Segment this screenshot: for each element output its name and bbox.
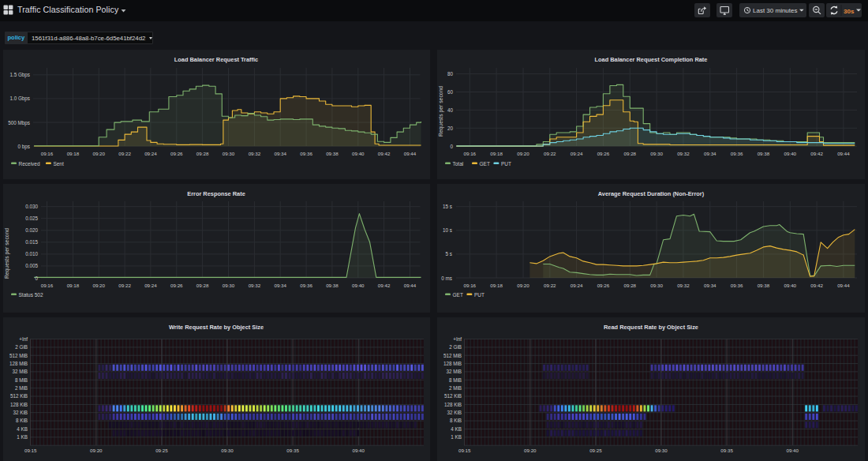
svg-text:512 MiB: 512 MiB	[443, 353, 462, 358]
svg-text:09:32: 09:32	[677, 283, 690, 288]
svg-text:09:26: 09:26	[597, 151, 610, 156]
svg-text:09:24: 09:24	[144, 151, 157, 156]
svg-text:Load Balancer Request Traffic: Load Balancer Request Traffic	[174, 56, 258, 63]
svg-text:8 MiB: 8 MiB	[449, 377, 462, 383]
svg-text:09:42: 09:42	[378, 283, 391, 288]
svg-text:09:44: 09:44	[837, 283, 850, 288]
svg-text:09:38: 09:38	[326, 283, 339, 288]
svg-text:GET: GET	[453, 292, 463, 298]
svg-text:2 GiB: 2 GiB	[15, 344, 28, 350]
svg-text:09:15: 09:15	[24, 448, 37, 453]
svg-text:09:40: 09:40	[352, 283, 365, 288]
svg-text:09:16: 09:16	[41, 151, 54, 156]
svg-text:09:24: 09:24	[571, 151, 583, 156]
svg-text:0.025: 0.025	[25, 216, 38, 221]
svg-text:4 KB: 4 KB	[17, 426, 28, 432]
svg-text:30s: 30s	[844, 8, 855, 15]
svg-text:09:34: 09:34	[704, 151, 716, 156]
svg-text:09:26: 09:26	[170, 283, 183, 288]
svg-text:09:20: 09:20	[90, 448, 103, 453]
svg-text:09:16: 09:16	[464, 283, 477, 288]
svg-text:09:44: 09:44	[837, 151, 850, 156]
svg-text:0.015: 0.015	[25, 239, 38, 245]
svg-text:Average Request Duration (Non-: Average Request Duration (Non-Error)	[598, 190, 705, 197]
svg-text:2 MiB: 2 MiB	[449, 385, 462, 391]
svg-text:2 MiB: 2 MiB	[15, 385, 28, 391]
svg-text:09:20: 09:20	[517, 283, 529, 288]
svg-text:09:30: 09:30	[650, 151, 663, 156]
svg-text:1 KB: 1 KB	[451, 434, 462, 440]
svg-text:09:36: 09:36	[731, 283, 743, 288]
svg-text:10 s: 10 s	[443, 227, 452, 233]
svg-text:32 KiB: 32 KiB	[13, 410, 28, 415]
svg-text:0 ms: 0 ms	[441, 275, 452, 281]
svg-text:Requests per second: Requests per second	[438, 86, 444, 137]
svg-text:09:36: 09:36	[300, 283, 312, 288]
svg-text:Requests per second: Requests per second	[4, 228, 10, 279]
svg-text:09:26: 09:26	[170, 151, 183, 156]
svg-text:512 KiB: 512 KiB	[444, 393, 462, 399]
svg-text:09:18: 09:18	[67, 151, 80, 156]
svg-text:09:32: 09:32	[249, 151, 261, 156]
svg-text:80: 80	[447, 71, 454, 77]
svg-text:09:42: 09:42	[378, 151, 391, 156]
svg-text:09:20: 09:20	[524, 448, 537, 453]
svg-text:09:40: 09:40	[784, 283, 797, 288]
svg-text:09:20: 09:20	[517, 151, 529, 156]
svg-text:PUT: PUT	[474, 292, 485, 298]
svg-text:PUT: PUT	[501, 161, 511, 167]
svg-text:32 MiB: 32 MiB	[12, 369, 28, 374]
svg-text:+Inf: +Inf	[453, 336, 462, 342]
svg-text:09:22: 09:22	[118, 151, 131, 156]
svg-text:Last 30 minutes: Last 30 minutes	[753, 7, 797, 14]
svg-text:09:25: 09:25	[589, 448, 602, 453]
svg-text:09:18: 09:18	[67, 283, 80, 288]
svg-text:20: 20	[447, 126, 454, 131]
svg-text:09:38: 09:38	[758, 283, 770, 288]
svg-text:8 KiB: 8 KiB	[16, 418, 28, 423]
svg-text:32 KiB: 32 KiB	[447, 410, 462, 415]
svg-text:Write Request Rate by Object S: Write Request Rate by Object Size	[169, 324, 264, 331]
svg-text:09:18: 09:18	[490, 283, 503, 288]
svg-text:09:32: 09:32	[677, 151, 690, 156]
svg-text:128 KiB: 128 KiB	[444, 402, 462, 407]
svg-text:512 MiB: 512 MiB	[9, 353, 28, 358]
svg-text:09:28: 09:28	[624, 151, 637, 156]
svg-text:09:18: 09:18	[490, 151, 503, 156]
svg-text:0.020: 0.020	[25, 227, 38, 233]
svg-text:5 s: 5 s	[446, 251, 452, 257]
svg-text:1 KB: 1 KB	[17, 434, 28, 440]
svg-text:09:30: 09:30	[655, 448, 668, 453]
svg-text:09:26: 09:26	[597, 283, 610, 288]
svg-text:09:32: 09:32	[249, 283, 261, 288]
svg-text:15 s: 15 s	[443, 204, 452, 209]
svg-text:Status 502: Status 502	[19, 292, 43, 298]
svg-text:09:34: 09:34	[274, 151, 286, 156]
svg-text:0: 0	[35, 275, 38, 281]
svg-text:09:40: 09:40	[352, 151, 365, 156]
svg-text:128 KiB: 128 KiB	[10, 402, 28, 407]
svg-text:09:28: 09:28	[624, 283, 637, 288]
svg-text:09:44: 09:44	[404, 151, 417, 156]
svg-text:0.005: 0.005	[25, 263, 38, 268]
svg-text:Load Balancer Request Completi: Load Balancer Request Completion Rate	[595, 56, 708, 63]
svg-text:40: 40	[447, 107, 454, 113]
svg-text:GET: GET	[480, 161, 490, 167]
svg-text:09:38: 09:38	[326, 151, 339, 156]
svg-text:09:16: 09:16	[464, 151, 477, 156]
svg-text:32 MiB: 32 MiB	[446, 369, 462, 374]
svg-text:2 GiB: 2 GiB	[449, 344, 462, 350]
svg-text:09:24: 09:24	[144, 283, 157, 288]
svg-text:09:36: 09:36	[731, 151, 743, 156]
svg-text:4 KB: 4 KB	[451, 426, 462, 432]
svg-text:1.5 Gbps: 1.5 Gbps	[9, 72, 30, 78]
svg-text:09:20: 09:20	[92, 151, 105, 156]
svg-text:0 bps: 0 bps	[18, 144, 30, 150]
svg-text:09:15: 09:15	[458, 448, 471, 453]
svg-text:09:34: 09:34	[704, 283, 716, 288]
svg-text:512 KiB: 512 KiB	[10, 393, 28, 399]
svg-text:09:30: 09:30	[223, 151, 235, 156]
svg-text:0.010: 0.010	[25, 251, 38, 257]
svg-text:09:28: 09:28	[196, 283, 209, 288]
svg-text:Read Request Rate by Object Si: Read Request Rate by Object Size	[604, 324, 698, 331]
